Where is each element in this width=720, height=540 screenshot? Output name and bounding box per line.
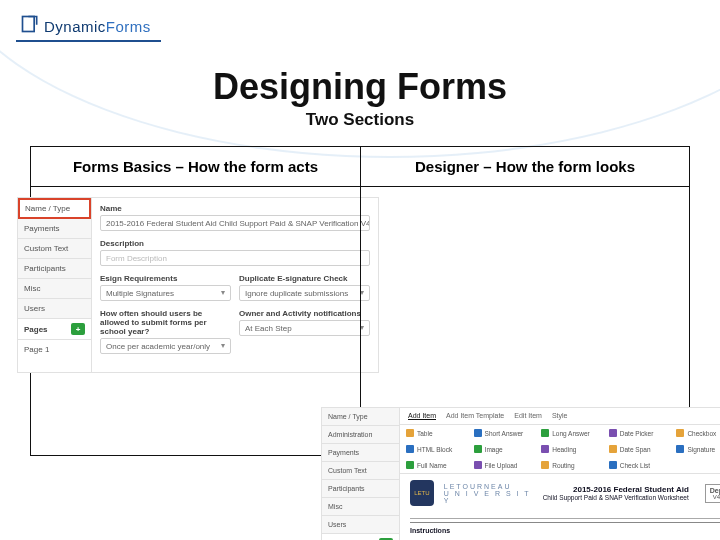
designer-top-tabs: Add Item Add Item Template Edit Item Sty… — [400, 408, 720, 424]
designer-toolbar: TableShort AnswerLong AnswerDate PickerC… — [400, 424, 720, 474]
top-tab-edit-item[interactable]: Edit Item — [514, 412, 542, 420]
university-crest-icon: LETU — [410, 480, 434, 506]
app-logo: DynamicForms — [16, 10, 161, 42]
owner-select[interactable]: At Each Step — [239, 320, 370, 336]
form-basics-screenshot: Name / Type Payments Custom Text Partici… — [17, 197, 379, 373]
tool-short-answer[interactable]: Short Answer — [468, 425, 536, 441]
tool-icon — [474, 429, 482, 437]
worksheet-title: 2015-2016 Federal Student Aid Child Supp… — [543, 485, 689, 501]
section-heading: Instructions — [410, 522, 720, 534]
left-column-heading: Forms Basics – How the form acts — [31, 147, 360, 187]
description-label: Description — [100, 239, 370, 248]
tool-icon — [609, 429, 617, 437]
tool-icon — [474, 461, 482, 469]
tool-icon — [406, 429, 414, 437]
tool-icon — [406, 461, 414, 469]
dz-tab-participants[interactable]: Participants — [322, 480, 399, 498]
tool-full-name[interactable]: Full Name — [400, 457, 468, 473]
worksheet-badge: Dep V4 — [705, 484, 720, 503]
designer-screenshot: Name / Type Administration Payments Cust… — [321, 407, 720, 540]
tool-check-list[interactable]: Check List — [603, 457, 671, 473]
dup-check-label: Duplicate E-signature Check — [239, 274, 370, 283]
tool-icon — [609, 445, 617, 453]
tool-html-block[interactable]: HTML Block — [400, 441, 468, 457]
tool-routing[interactable]: Routing — [535, 457, 603, 473]
dz-tab-name-type[interactable]: Name / Type — [322, 408, 399, 426]
dz-tab-custom-text[interactable]: Custom Text — [322, 462, 399, 480]
sidebar-tab-users[interactable]: Users — [18, 299, 91, 319]
dup-check-select[interactable]: Ignore duplicate submissions — [239, 285, 370, 301]
tool-date-span[interactable]: Date Span — [603, 441, 671, 457]
tool-file-upload[interactable]: File Upload — [468, 457, 536, 473]
tool-table[interactable]: Table — [400, 425, 468, 441]
esign-select[interactable]: Multiple Signatures — [100, 285, 231, 301]
top-tab-add-item[interactable]: Add Item — [408, 412, 436, 420]
slide-subtitle: Two Sections — [0, 110, 720, 130]
dz-tab-administration[interactable]: Administration — [322, 426, 399, 444]
dz-tab-payments[interactable]: Payments — [322, 444, 399, 462]
tool-checkbox[interactable]: Checkbox — [670, 425, 720, 441]
pages-header: Pages — [24, 325, 48, 334]
tool-signature[interactable]: Signature — [670, 441, 720, 457]
tool-icon — [541, 461, 549, 469]
slide-title: Designing Forms — [0, 66, 720, 108]
add-page-button[interactable]: + — [71, 323, 85, 335]
tool-image[interactable]: Image — [468, 441, 536, 457]
sidebar-tab-misc[interactable]: Misc — [18, 279, 91, 299]
name-input[interactable]: 2015-2016 Federal Student Aid Child Supp… — [100, 215, 370, 231]
tool-long-answer[interactable]: Long Answer — [535, 425, 603, 441]
esign-label: Esign Requirements — [100, 274, 231, 283]
sidebar-tab-participants[interactable]: Participants — [18, 259, 91, 279]
dz-tab-misc[interactable]: Misc — [322, 498, 399, 516]
tool-date-picker[interactable]: Date Picker — [603, 425, 671, 441]
tool-heading[interactable]: Heading — [535, 441, 603, 457]
dz-tab-users[interactable]: Users — [322, 516, 399, 534]
sidebar-tab-name-type[interactable]: Name / Type — [18, 198, 91, 219]
svg-rect-0 — [23, 17, 35, 32]
page-item[interactable]: Page 1 — [18, 339, 91, 359]
sidebar-tab-custom-text[interactable]: Custom Text — [18, 239, 91, 259]
tool-icon — [541, 429, 549, 437]
name-label: Name — [100, 204, 370, 213]
university-name: LETOURNEAU U N I V E R S I T Y — [444, 483, 533, 504]
tool-icon — [541, 445, 549, 453]
description-input[interactable]: Form Description — [100, 250, 370, 266]
top-tab-add-template[interactable]: Add Item Template — [446, 412, 504, 420]
howoften-select[interactable]: Once per academic year/only — [100, 338, 231, 354]
two-column-grid: Forms Basics – How the form acts Designe… — [30, 146, 690, 456]
logo-text: DynamicForms — [44, 18, 151, 35]
howoften-label: How often should users be allowed to sub… — [100, 309, 231, 336]
tool-icon — [406, 445, 414, 453]
tool-icon — [474, 445, 482, 453]
top-tab-style[interactable]: Style — [552, 412, 568, 420]
tool-icon — [676, 429, 684, 437]
tool-icon — [609, 461, 617, 469]
owner-label: Owner and Activity notifications — [239, 309, 370, 318]
tool-icon — [676, 445, 684, 453]
sidebar-tab-payments[interactable]: Payments — [18, 219, 91, 239]
right-column-heading: Designer – How the form looks — [360, 147, 689, 187]
logo-icon — [20, 14, 40, 38]
